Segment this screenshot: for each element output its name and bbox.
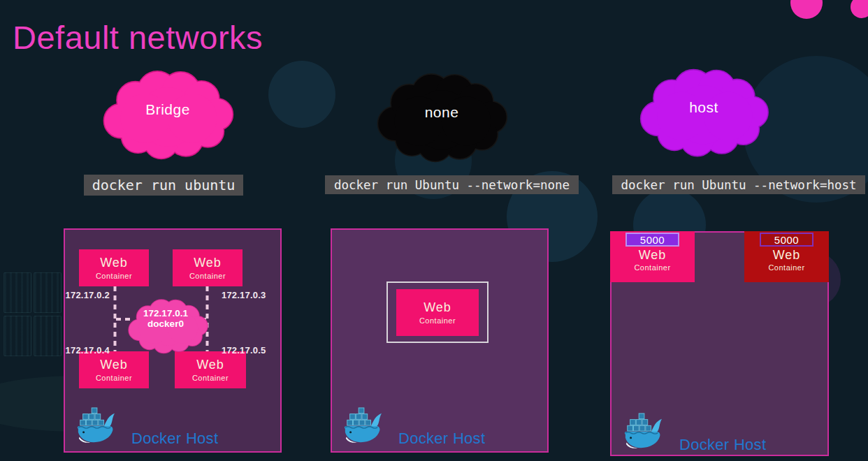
web-container: Web Container [173, 249, 243, 286]
web-container-subtitle: Container [96, 272, 132, 280]
decor-pink-dot [790, 0, 823, 19]
web-container: Web Container [79, 249, 149, 286]
web-container-subtitle: Container [634, 263, 670, 272]
command-none: docker run Ubuntu --network=none [325, 175, 579, 194]
gateway-ip: 172.17.0.1 [143, 308, 188, 319]
docker-whale-icon [73, 407, 117, 446]
web-container: Web Container [396, 289, 479, 336]
network-cloud-none: none [364, 63, 519, 168]
web-container-title: Web [100, 256, 128, 270]
web-container-title: Web [424, 300, 451, 314]
port-badge: 5000 [625, 233, 679, 247]
page-title: Default networks [13, 18, 263, 57]
container-ip: 172.17.0.4 [65, 345, 110, 356]
container-ip: 172.17.0.3 [222, 290, 272, 300]
web-container-subtitle: Container [189, 272, 226, 280]
isolation-frame: Web Container [386, 281, 489, 343]
decor-container-crate [3, 316, 31, 356]
network-cloud-label: host [626, 59, 781, 162]
docker-whale-icon [621, 412, 664, 451]
network-cloud-label: Bridge [89, 60, 246, 165]
web-container-title: Web [100, 358, 128, 372]
port-badge: 5000 [760, 233, 813, 247]
docker-whale-icon [340, 407, 384, 446]
web-container: 5000 Web Container [744, 231, 829, 282]
command-host: docker run Ubuntu --network=host [612, 175, 865, 194]
docker0-gateway-cloud: 172.17.0.1 docker0 [119, 293, 217, 357]
web-container-subtitle: Container [419, 316, 456, 325]
web-container-subtitle: Container [96, 374, 132, 382]
network-cloud-label: none [364, 63, 519, 168]
container-ip: 172.17.0.5 [222, 345, 272, 356]
decor-pink-dot [851, 0, 868, 18]
decor-container-crate [34, 272, 62, 313]
docker-host-none: Web Container Docker Host [331, 228, 549, 453]
docker-host-hostnet: 5000 Web Container 5000 Web Container Do… [610, 231, 829, 456]
web-container-title: Web [194, 256, 222, 270]
command-bridge: docker run ubuntu [84, 175, 243, 196]
web-container: 5000 Web Container [610, 231, 695, 282]
web-container-subtitle: Container [768, 263, 804, 272]
docker-host-label: Docker Host [398, 430, 485, 448]
default-networks-slide: Default networks Bridge none host docker… [0, 0, 868, 461]
docker-host-label: Docker Host [679, 436, 766, 454]
decor-container-crate [34, 316, 62, 356]
network-cloud-host: host [626, 59, 781, 162]
docker-host-bridge: Web Container Web Container Web Containe… [64, 228, 282, 453]
gateway-interface: docker0 [147, 319, 184, 329]
network-cloud-bridge: Bridge [89, 60, 246, 165]
docker-host-label: Docker Host [131, 430, 218, 448]
decor-circle [268, 61, 335, 128]
container-ip: 172.17.0.2 [65, 290, 110, 300]
web-container-title: Web [639, 248, 667, 262]
web-container-title: Web [773, 248, 801, 262]
web-container-subtitle: Container [192, 374, 229, 382]
gateway-label: 172.17.0.1 docker0 [119, 293, 217, 357]
web-container-title: Web [196, 358, 224, 372]
decor-container-crate [3, 272, 31, 313]
